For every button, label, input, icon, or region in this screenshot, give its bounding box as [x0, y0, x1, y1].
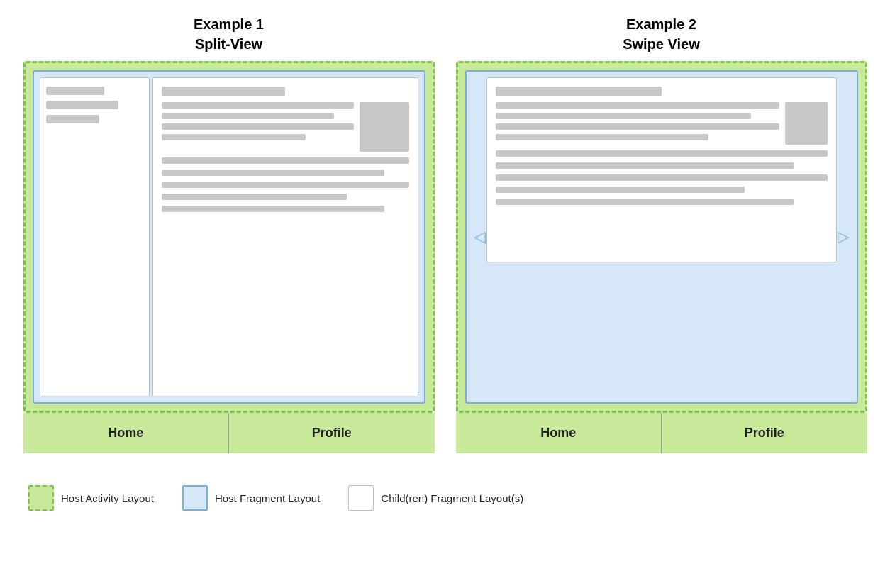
example1-tab-bar: Home Profile	[23, 413, 435, 453]
swipe-title-bar	[496, 87, 662, 96]
line-6	[162, 170, 384, 176]
example1-title: Example 1 Split-View	[194, 14, 264, 54]
content-image	[360, 102, 409, 152]
line-8	[162, 194, 347, 200]
example1-content	[152, 77, 418, 396]
legend-label-3: Child(ren) Fragment Layout(s)	[381, 492, 523, 504]
example1-host-activity	[23, 61, 435, 413]
s-line-7	[496, 174, 828, 181]
line-2	[162, 113, 335, 119]
examples-row: Example 1 Split-View	[14, 14, 876, 453]
line-9	[162, 206, 384, 212]
s-line-9	[496, 199, 794, 205]
example2-tab-home[interactable]: Home	[456, 413, 662, 453]
example1-tab-profile[interactable]: Profile	[229, 413, 435, 453]
s-line-5	[496, 150, 828, 157]
legend-label-2: Host Fragment Layout	[215, 492, 320, 504]
legend-item-3: Child(ren) Fragment Layout(s)	[348, 485, 523, 511]
line-1	[162, 102, 354, 109]
legend-blue-box	[182, 485, 208, 511]
example2-tab-bar: Home Profile	[456, 413, 867, 453]
legend-item-2: Host Fragment Layout	[182, 485, 320, 511]
legend-label-1: Host Activity Layout	[61, 492, 154, 504]
line-4	[162, 134, 306, 140]
s-line-4	[496, 134, 708, 140]
line-5	[162, 157, 409, 164]
legend: Host Activity Layout Host Fragment Layou…	[14, 475, 876, 521]
example2-title: Example 2 Swipe View	[623, 14, 700, 54]
example1-tab-home[interactable]: Home	[23, 413, 229, 453]
example2-tab-profile[interactable]: Profile	[662, 413, 867, 453]
s-line-8	[496, 187, 745, 193]
legend-item-1: Host Activity Layout	[28, 485, 154, 511]
example2-content	[486, 77, 837, 262]
content-lines-group	[162, 102, 354, 140]
example2-swipe-inner: ◁	[472, 77, 851, 396]
example1-split-inner	[40, 77, 418, 396]
legend-green-box	[28, 485, 54, 511]
s-line-6	[496, 162, 794, 169]
sidebar-bar-1	[46, 87, 104, 95]
example1-block: Example 1 Split-View	[23, 14, 435, 453]
content-title-bar	[162, 87, 286, 96]
line-7	[162, 182, 409, 188]
example1-host-fragment	[33, 70, 425, 404]
example2-host-fragment: ◁	[465, 70, 858, 404]
sidebar-bar-3	[46, 115, 99, 123]
swipe-image	[785, 102, 828, 145]
swipe-right-arrow[interactable]: ▷	[838, 228, 850, 246]
swipe-main-row	[496, 102, 828, 145]
line-3	[162, 123, 354, 130]
example1-sidebar	[40, 77, 150, 396]
example2-block: Example 2 Swipe View ◁	[456, 14, 867, 453]
swipe-left-arrow[interactable]: ◁	[474, 228, 486, 246]
s-line-1	[496, 102, 779, 109]
content-main-row	[162, 102, 409, 152]
swipe-lines-group	[496, 102, 779, 140]
s-line-2	[496, 113, 751, 119]
page-container: Example 1 Split-View	[14, 14, 876, 521]
legend-white-box	[348, 485, 374, 511]
example2-host-activity: ◁	[456, 61, 867, 413]
s-line-3	[496, 123, 779, 130]
sidebar-bar-2	[46, 101, 119, 109]
